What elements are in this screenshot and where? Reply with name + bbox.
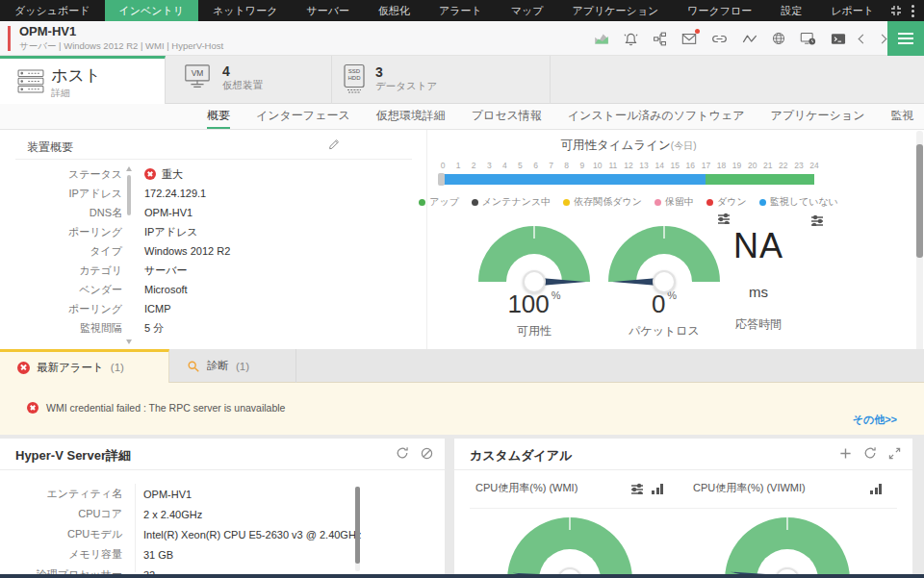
nav-item-8[interactable]: ワークフロー <box>673 0 766 21</box>
tab-diagnostics[interactable]: 診断(1) <box>169 349 296 383</box>
mail-badge <box>695 29 700 34</box>
nav-item-1[interactable]: インベントリ <box>105 0 199 21</box>
legend-item: ダウン <box>706 195 747 209</box>
field-label: CPUコア <box>0 507 122 521</box>
panel-menu-button[interactable] <box>887 21 924 56</box>
vm-card[interactable]: VM 4 仮想装置 <box>166 56 332 104</box>
availability-timeline-bar[interactable] <box>443 174 814 185</box>
threshold-hand-icon[interactable] <box>810 214 824 226</box>
threshold-hand-icon[interactable] <box>630 483 644 494</box>
field-row: ポーリングICMP <box>0 299 414 318</box>
hyperv-scrollbar[interactable] <box>355 487 360 571</box>
device-header: OPM-HV1 サーバー | Windows 2012 R2 | WMI | H… <box>0 21 924 56</box>
gauge-hub <box>523 270 546 293</box>
nav-item-2[interactable]: ネットワーク <box>198 0 292 21</box>
fullscreen-icon[interactable] <box>890 5 902 16</box>
threshold-hand-icon[interactable] <box>717 213 731 224</box>
timeline-tick: 11 <box>605 161 621 170</box>
custom-dials-panel: カスタムダイアル CPU使用率(%) (WMI) <box>454 439 912 578</box>
subtab-3[interactable]: プロセス情報 <box>472 104 542 129</box>
bar-chart-icon[interactable] <box>652 483 663 494</box>
host-card[interactable]: ホスト 詳細 <box>0 56 166 104</box>
field-value: OPM-HV1 <box>144 207 192 218</box>
timeline-tick: 24 <box>807 161 822 170</box>
area-chart-icon[interactable] <box>593 31 610 47</box>
nav-item-6[interactable]: マップ <box>497 0 558 21</box>
device-clock-icon[interactable] <box>799 31 817 47</box>
timeline-tick: 12 <box>621 161 636 170</box>
more-alerts-link[interactable]: その他>> <box>853 413 897 427</box>
timeline-tick: 19 <box>730 161 745 170</box>
svg-text:VM: VM <box>192 68 204 78</box>
datastore-card[interactable]: SSD HDD 3 データストア <box>332 56 551 104</box>
timeline-handle[interactable] <box>438 173 445 186</box>
nav-item-0[interactable]: ダッシュボード <box>0 0 105 21</box>
alert-message-row[interactable]: WMI credential failed : The RPC server i… <box>27 402 285 414</box>
critical-status-icon <box>144 168 156 180</box>
subtab-1[interactable]: インターフェース <box>256 104 350 129</box>
expand-arrows-icon[interactable] <box>888 447 901 460</box>
prev-button[interactable] <box>860 36 866 42</box>
packetloss-value: 0% <box>608 289 720 319</box>
datastore-label: データストア <box>375 80 437 93</box>
legend-item: メンテナンス中 <box>472 195 551 209</box>
field-label: ポーリング <box>0 302 122 316</box>
timeline-segment[interactable] <box>443 174 706 185</box>
vm-count: 4 <box>222 63 263 79</box>
field-value: サーバー <box>144 264 188 278</box>
sitemap-icon[interactable] <box>652 31 668 47</box>
timeline-tick: 23 <box>791 161 807 170</box>
field-value: Intel(R) Xeon(R) CPU E5-2630 v3 @ 2.40GH… <box>143 529 361 540</box>
timeline-tick: 9 <box>575 161 590 170</box>
line-graph-icon[interactable] <box>741 32 758 46</box>
next-button[interactable] <box>879 36 886 42</box>
tab-latest-alerts[interactable]: 最新アラート(1) <box>0 349 169 383</box>
timeline-tick: 14 <box>652 161 667 170</box>
alarm-bell-icon[interactable] <box>623 31 639 47</box>
packetloss-gauge: 0% パケットロス <box>608 226 720 338</box>
mail-icon[interactable] <box>680 31 698 46</box>
legend-dot <box>419 199 425 206</box>
timeline-tick: 4 <box>497 161 512 170</box>
device-subtitle: サーバー | Windows 2012 R2 | WMI | HyperV-Ho… <box>19 40 223 53</box>
nav-item-10[interactable]: レポート <box>816 0 888 21</box>
legend-item: 依存関係ダウン <box>563 195 642 209</box>
field-label: CPUモデル <box>0 527 122 541</box>
gauge-hub <box>653 270 676 293</box>
timeline-segment[interactable] <box>706 174 814 185</box>
alert-body: WMI credential failed : The RPC server i… <box>0 383 924 435</box>
nav-item-4[interactable]: 仮想化 <box>364 0 424 21</box>
nav-item-3[interactable]: サーバー <box>292 0 364 21</box>
nav-item-9[interactable]: 設定 <box>766 0 816 21</box>
console-icon[interactable] <box>830 32 847 46</box>
field-row: ステータス重大 <box>0 164 414 184</box>
subtab-0[interactable]: 概要 <box>207 104 230 129</box>
timeline-ticks: 0123456789101112131415161718192021222324 <box>443 161 814 170</box>
refresh-icon[interactable] <box>396 446 409 460</box>
globe-icon[interactable] <box>771 31 786 46</box>
add-dial-icon[interactable] <box>839 447 852 460</box>
kebab-menu-icon[interactable] <box>911 5 914 17</box>
subtab-2[interactable]: 仮想環境詳細 <box>376 104 446 129</box>
expand-icon[interactable] <box>421 447 433 460</box>
field-label: ベンダー <box>0 283 122 297</box>
edit-pencil-icon[interactable] <box>327 137 342 151</box>
link-icon[interactable] <box>710 31 729 47</box>
field-value: 172.24.129.1 <box>144 188 206 199</box>
legend-dot <box>759 199 766 206</box>
nav-item-5[interactable]: アラート <box>424 0 497 21</box>
timeline-tick: 7 <box>544 161 559 170</box>
timeline-tick: 18 <box>714 161 730 170</box>
field-row: ベンダーMicrosoft <box>0 280 414 299</box>
refresh-icon[interactable] <box>863 446 877 460</box>
critical-alert-icon <box>27 402 38 414</box>
summary-scrollbar[interactable] <box>125 166 134 344</box>
subtab-6[interactable]: 監視 <box>890 104 913 129</box>
nav-item-7[interactable]: アプリケーション <box>557 0 673 21</box>
device-title: OPM-HV1 <box>19 24 76 38</box>
subtab-4[interactable]: インストール済みのソフトウェア <box>568 104 745 129</box>
bar-chart-icon[interactable] <box>870 483 882 494</box>
device-summary-title: 装置概要 <box>27 139 73 156</box>
legend-dot <box>654 199 661 206</box>
subtab-5[interactable]: アプリケーション <box>770 104 864 129</box>
